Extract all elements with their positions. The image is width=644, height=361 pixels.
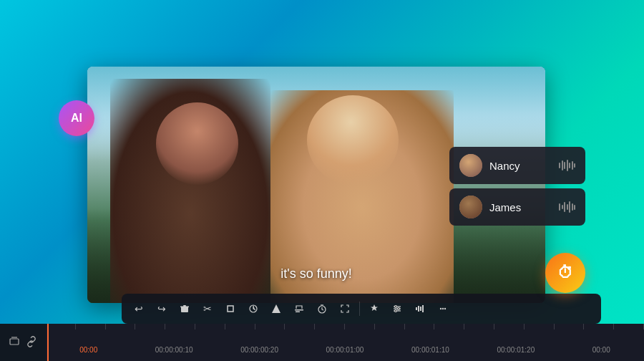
- wave-bar: [559, 203, 560, 211]
- tick: [345, 324, 375, 329]
- speed-button[interactable]: [243, 299, 263, 319]
- ruler-ticks: [46, 324, 644, 329]
- svg-rect-16: [416, 307, 417, 310]
- svg-rect-2: [180, 307, 189, 308]
- delete-button[interactable]: [175, 299, 195, 319]
- wave-bar: [564, 162, 565, 169]
- wave-bar: [562, 160, 563, 170]
- svg-rect-6: [295, 309, 303, 311]
- wave-bar: [567, 160, 568, 171]
- speaker-card-james[interactable]: James: [449, 188, 585, 226]
- ai-badge-label: AI: [71, 112, 82, 125]
- svg-rect-18: [420, 307, 421, 311]
- svg-rect-7: [296, 312, 300, 313]
- timestamp-5: 00:00:01:20: [473, 346, 558, 354]
- svg-point-22: [444, 308, 446, 309]
- svg-rect-23: [10, 339, 19, 345]
- svg-point-20: [440, 308, 441, 309]
- audio-waveform-button[interactable]: [410, 299, 430, 319]
- tick: [434, 324, 464, 329]
- svg-rect-17: [418, 306, 419, 312]
- nancy-avatar: [459, 154, 482, 177]
- filter-button[interactable]: [266, 299, 286, 319]
- timestamp-2: 00:00:00:20: [217, 346, 302, 354]
- timestamp-3: 00:00:01:00: [302, 346, 387, 354]
- tick: [614, 324, 644, 329]
- face-left: [156, 102, 238, 186]
- crop-button[interactable]: [220, 299, 240, 319]
- timeline: 00:00 00:00:00:10 00:00:00:20 00:00:01:0…: [0, 324, 644, 361]
- svg-point-21: [442, 308, 444, 309]
- adjust-button[interactable]: [387, 299, 407, 319]
- layers-icon[interactable]: [9, 335, 20, 350]
- tick: [584, 324, 614, 329]
- wave-bar: [572, 203, 573, 211]
- wave-bar: [574, 205, 575, 210]
- effect-button[interactable]: [364, 299, 384, 319]
- tick: [135, 324, 165, 329]
- redo-button[interactable]: ↪: [152, 299, 172, 319]
- ai-fab-button[interactable]: ⏱: [545, 253, 585, 293]
- separator-1: [359, 302, 360, 316]
- speaker-card-nancy[interactable]: Nancy: [449, 147, 585, 184]
- timeline-icons: [0, 335, 46, 350]
- nancy-name: Nancy: [489, 160, 552, 172]
- nancy-waveform: [559, 160, 575, 171]
- tick: [525, 324, 555, 329]
- svg-marker-5: [272, 304, 280, 313]
- wave-bar: [569, 201, 570, 213]
- timestamp-6: 00:00: [559, 346, 644, 354]
- cut-button[interactable]: ✂: [197, 299, 218, 319]
- fullscreen-button[interactable]: [335, 299, 355, 319]
- tick: [315, 324, 345, 329]
- timeline-ruler[interactable]: 00:00 00:00:00:10 00:00:00:20 00:00:01:0…: [46, 324, 644, 361]
- tick: [76, 324, 106, 329]
- wave-bar: [562, 205, 563, 209]
- tick: [225, 324, 255, 329]
- wave-bar: [567, 204, 568, 210]
- fab-icon: ⏱: [557, 264, 573, 282]
- more-button[interactable]: [433, 299, 453, 319]
- undo-button[interactable]: ↩: [129, 299, 149, 319]
- svg-point-15: [395, 310, 397, 312]
- james-name: James: [489, 201, 552, 213]
- tick: [46, 324, 76, 329]
- nancy-avatar-inner: [459, 154, 482, 177]
- tick: [405, 324, 435, 329]
- tick: [165, 324, 195, 329]
- ai-badge[interactable]: AI: [59, 100, 94, 136]
- link-icon[interactable]: [26, 336, 37, 350]
- james-avatar: [459, 196, 482, 218]
- text-button[interactable]: [289, 299, 309, 319]
- tick: [285, 324, 315, 329]
- video-subtitle: it's so funny!: [280, 266, 351, 281]
- tick: [255, 324, 286, 329]
- wave-bar: [564, 202, 565, 212]
- svg-rect-0: [181, 307, 188, 312]
- tick: [494, 324, 525, 329]
- wave-bar: [574, 163, 575, 168]
- tick: [195, 324, 225, 329]
- tick: [106, 324, 136, 329]
- james-waveform: [559, 201, 575, 213]
- james-avatar-inner: [459, 196, 482, 218]
- timestamp-1: 00:00:00:10: [131, 346, 216, 354]
- svg-rect-3: [228, 306, 233, 312]
- timer-button[interactable]: [312, 299, 332, 319]
- playhead[interactable]: [47, 324, 49, 361]
- svg-rect-19: [422, 305, 424, 312]
- timestamp-4: 00:00:01:10: [388, 346, 473, 354]
- tick: [464, 324, 494, 329]
- wave-bar: [569, 163, 570, 168]
- svg-point-13: [395, 306, 397, 308]
- tick: [555, 324, 585, 329]
- face-right: [307, 95, 399, 185]
- svg-point-14: [398, 308, 400, 310]
- toolbar: ↩ ↪ ✂: [122, 294, 601, 324]
- wave-bar: [572, 161, 573, 170]
- tick: [375, 324, 405, 329]
- timestamp-0: 00:00: [46, 346, 131, 354]
- speaker-cards-container: Nancy James: [449, 147, 585, 226]
- wave-bar: [559, 163, 560, 168]
